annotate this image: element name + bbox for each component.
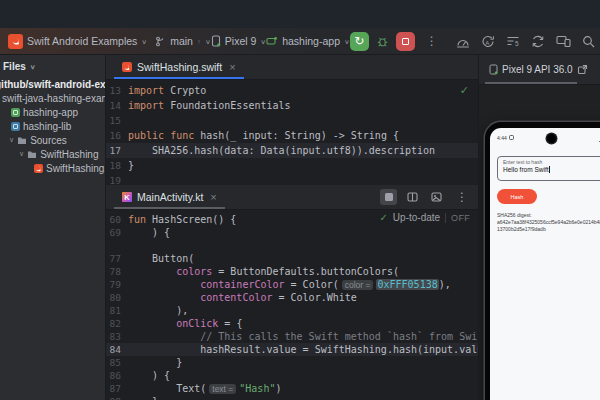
project-name: Swift Android Examples [27, 35, 137, 47]
run-configuration-selector[interactable]: hashing-app ∨ [266, 35, 350, 47]
sync-project-icon[interactable] [531, 35, 545, 48]
field-value: Hello from Swift [503, 166, 549, 173]
hash-input-field[interactable]: Enter text to hash Hello from Swift [497, 156, 600, 181]
tab-mainactivity-kt[interactable]: K MainActivity.kt × [114, 185, 225, 209]
code-line[interactable]: 83 // This calls the Swift method `hash`… [106, 330, 478, 343]
debug-icon[interactable] [376, 35, 389, 48]
hash-button[interactable]: Hash [497, 189, 537, 204]
tree-chevron-icon[interactable]: ∨ [19, 150, 24, 158]
live-edit-toggle[interactable]: OFF [451, 213, 470, 223]
editor-options-icon[interactable]: ⋮ [452, 190, 472, 204]
code-line[interactable]: 19 [106, 173, 478, 185]
tab-swifthashing-swift[interactable]: SwiftHashing.swift × [114, 55, 244, 79]
rerun-button[interactable]: ↻ [350, 32, 369, 51]
code-line[interactable]: 78 colors = ButtonDefaults.buttonColors( [106, 265, 478, 278]
project-view-mode-selector[interactable]: Files ∨ [0, 55, 105, 77]
code-text: ) { [128, 370, 170, 381]
line-number: 79 [106, 279, 128, 290]
code-line[interactable]: 86 ) { [106, 369, 478, 382]
code-line[interactable]: 87 Text(text ="Hash") [106, 382, 478, 395]
check-icon: ✓ [379, 212, 387, 223]
tree-item-label: Sources [30, 135, 67, 146]
split-view-icon[interactable] [404, 189, 421, 205]
panel-options-icon[interactable]: ⋮ [594, 63, 600, 77]
rerun-icon: ↻ [354, 34, 364, 48]
code-line[interactable]: 14import FoundationEssentials [106, 98, 478, 113]
line-number: 80 [106, 292, 128, 303]
editor-area: SwiftHashing.swift × 13import Crypto14im… [106, 55, 478, 400]
code-text: } [128, 357, 182, 368]
code-text: } [128, 160, 134, 171]
device-manager-icon[interactable] [556, 35, 571, 47]
chevron-down-icon: ∨ [260, 37, 266, 44]
tab-label: SwiftHashing.swift [137, 61, 222, 73]
tree-item-github-swift-android-examples[interactable]: github/swift-android-examples [0, 77, 105, 91]
result-title: SHA256 digest: [497, 212, 600, 219]
field-label: Enter text to hash [503, 159, 600, 165]
code-line[interactable]: 18} [106, 158, 478, 173]
code-line[interactable] [106, 239, 478, 252]
code-line[interactable]: 85 } [106, 356, 478, 369]
code-line[interactable]: 15 [106, 113, 478, 128]
code-line[interactable]: 16public func hash(_ input: String) -> S… [106, 128, 478, 143]
kotlin-code-editor[interactable]: 60fun HashScreen() {69 ) {77 Button(78 c… [106, 210, 478, 400]
code-view-icon[interactable] [380, 189, 397, 205]
line-number: 17 [106, 145, 128, 156]
tree-item-hashing-app[interactable]: hashing-app [0, 105, 105, 119]
push-arrow-icon: ↑ [197, 37, 201, 44]
apply-changes-icon[interactable]: A [481, 35, 495, 48]
code-line[interactable]: 88 } [106, 395, 478, 400]
code-line[interactable]: 82 onClick = { [106, 317, 478, 330]
vcs-branch-selector[interactable]: main ↑ ∨ [155, 35, 211, 47]
line-number: 86 [106, 370, 128, 381]
close-icon[interactable]: × [210, 191, 216, 203]
project-icon [8, 34, 23, 49]
titlebar: Swift Android Examples ∨ main ↑ ∨ Pixel … [0, 28, 600, 55]
project-selector[interactable]: Swift Android Examples ∨ [8, 34, 147, 49]
status-time: 4:44 [497, 135, 507, 141]
code-text: ), [128, 305, 188, 316]
tree-item-swift-java-hashing-example[interactable]: swift-java-hashing-example [0, 91, 105, 105]
close-icon[interactable]: × [229, 61, 235, 73]
code-line[interactable]: 77 Button( [106, 252, 478, 265]
code-text: public func hash(_ input: String) -> Str… [128, 130, 399, 141]
tab-pixel-9-api-36[interactable]: Pixel 9 API 36.0 [485, 55, 577, 84]
tree-item-swifthashing-swift[interactable]: SwiftHashing.swift [0, 161, 105, 175]
code-line[interactable]: 80 contentColor = Color.White [106, 291, 478, 304]
code-line[interactable]: 13import Crypto [106, 83, 478, 98]
design-view-icon[interactable] [428, 189, 445, 205]
tree-item-swifthashing[interactable]: ∨SwiftHashing [0, 147, 105, 161]
swift-file-icon [34, 164, 43, 173]
more-actions-icon[interactable]: ⋮ [422, 34, 442, 48]
code-line[interactable]: 81 ), [106, 304, 478, 317]
running-devices-header: Pixel 9 API 36.0 ⋮ [479, 55, 600, 85]
branch-name: main [170, 35, 193, 47]
tree-item-hashing-lib[interactable]: hashing-lib [0, 119, 105, 133]
line-number: 82 [106, 318, 128, 329]
code-line[interactable]: 84 hashResult.value = SwiftHashing.hash(… [106, 343, 478, 356]
tree-item-sources[interactable]: ∨Sources [0, 133, 105, 147]
tree-chevron-icon[interactable]: ∨ [9, 136, 14, 144]
tree-item-label: github/swift-android-examples [0, 79, 106, 90]
profiler-icon[interactable] [456, 35, 470, 48]
todo-list-icon[interactable]: 5 [506, 35, 520, 47]
phone-screen[interactable]: 4:44 Enter text to hash Hello from Swift [490, 128, 600, 400]
search-icon[interactable] [582, 35, 595, 48]
line-number: 19 [106, 175, 128, 185]
app-window: Swift Android Examples ∨ main ↑ ∨ Pixel … [0, 0, 600, 400]
compose-preview-status: ✓ Up-to-date OFF [375, 212, 474, 223]
swift-code-editor[interactable]: 13import Crypto14import FoundationEssent… [106, 80, 478, 185]
branch-icon [155, 36, 166, 47]
code-line[interactable]: 17 SHA256.hash(data: Data(input.utf8)).d… [106, 143, 478, 158]
stop-button[interactable] [396, 32, 415, 51]
code-line[interactable]: 69 ) { [106, 226, 478, 239]
chevron-down-icon: ∨ [344, 37, 350, 44]
open-in-window-icon[interactable] [577, 64, 588, 75]
code-text: colors = ButtonDefaults.buttonColors( [128, 266, 399, 277]
device-selector[interactable]: Pixel 9 ∨ [211, 35, 266, 47]
library-module-icon [11, 122, 20, 131]
code-text: // This calls the Swift method `hash` fr… [128, 331, 478, 342]
code-line[interactable]: 79 containerColor = Color(color =0xFFF05… [106, 278, 478, 291]
project-tree: github/swift-android-examplesswift-java-… [0, 77, 105, 175]
swift-tabbar: SwiftHashing.swift × [106, 55, 478, 80]
